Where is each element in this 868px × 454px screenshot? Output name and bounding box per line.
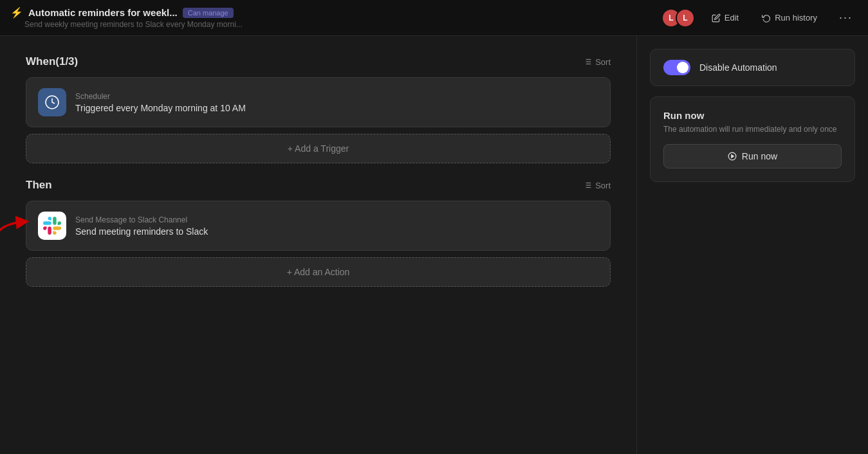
header: ⚡ Automatic reminders for weekl... Can m…	[0, 0, 868, 36]
sort-icon	[583, 57, 592, 66]
sort-icon-2	[583, 181, 592, 190]
slack-action-description: Send meeting reminders to Slack	[75, 226, 208, 237]
avatar-group: L L	[661, 8, 695, 28]
scheduler-icon	[38, 88, 66, 116]
when-sort-button[interactable]: Sort	[583, 57, 611, 67]
disable-toggle[interactable]	[663, 60, 690, 75]
can-manage-badge: Can manage	[183, 8, 234, 18]
clock-icon	[44, 95, 60, 110]
add-trigger-label: + Add a Trigger	[288, 143, 349, 154]
when-title: When(1/3)	[26, 55, 78, 68]
avatar-2: L	[676, 8, 695, 28]
run-now-card: Run now The automation will run immediat…	[650, 96, 855, 182]
more-options-button[interactable]: ···	[834, 8, 858, 27]
run-now-button[interactable]: Run now	[663, 144, 842, 168]
when-section-header: When(1/3) Sort	[26, 55, 611, 68]
then-section-header: Then Sort	[26, 179, 611, 192]
slack-action-card[interactable]: Send Message to Slack Channel Send meeti…	[26, 201, 611, 251]
edit-icon	[712, 14, 721, 23]
then-sort-label: Sort	[595, 181, 611, 190]
slack-icon	[38, 212, 66, 240]
then-title: Then	[26, 179, 52, 192]
header-title-row: ⚡ Automatic reminders for weekl... Can m…	[10, 6, 243, 19]
run-now-description: The automation will run immediately and …	[663, 125, 842, 134]
run-now-title: Run now	[663, 110, 842, 121]
run-history-button[interactable]: Run history	[755, 9, 824, 26]
add-trigger-button[interactable]: + Add a Trigger	[26, 134, 611, 163]
edit-button[interactable]: Edit	[705, 9, 745, 26]
then-sort-button[interactable]: Sort	[583, 181, 611, 190]
slack-action-label: Send Message to Slack Channel	[75, 215, 208, 224]
run-now-btn-label: Run now	[742, 151, 777, 161]
toggle-thumb	[677, 62, 688, 73]
arrow-container: Send Message to Slack Channel Send meeti…	[26, 201, 611, 251]
header-title-group: ⚡ Automatic reminders for weekl... Can m…	[10, 6, 243, 29]
run-now-icon	[728, 152, 737, 161]
subtitle: Send weekly meeting reminders to Slack e…	[10, 20, 243, 29]
when-sort-label: Sort	[595, 57, 611, 67]
disable-label: Disable Automation	[699, 62, 777, 73]
slack-action-info: Send Message to Slack Channel Send meeti…	[75, 215, 208, 237]
disable-automation-card: Disable Automation	[650, 49, 855, 86]
left-panel: When(1/3) Sort Scheduler Triggered every…	[0, 36, 636, 454]
trigger-label: Scheduler	[75, 92, 246, 101]
add-action-button[interactable]: + Add an Action	[26, 257, 611, 287]
trigger-info: Scheduler Triggered every Monday morning…	[75, 92, 246, 113]
history-icon	[762, 14, 771, 23]
add-action-label: + Add an Action	[287, 267, 350, 277]
header-left: ⚡ Automatic reminders for weekl... Can m…	[10, 6, 243, 29]
trigger-description: Triggered every Monday morning at 10 AM	[75, 103, 246, 113]
run-history-label: Run history	[775, 13, 817, 23]
main-content: When(1/3) Sort Scheduler Triggered every…	[0, 36, 868, 454]
header-right: L L Edit Run history ···	[661, 8, 858, 28]
bolt-icon: ⚡	[10, 6, 23, 19]
edit-label: Edit	[725, 13, 739, 23]
right-panel: Disable Automation Run now The automatio…	[636, 36, 868, 454]
scheduler-trigger-card[interactable]: Scheduler Triggered every Monday morning…	[26, 77, 611, 127]
then-section: Then Sort	[26, 179, 611, 287]
slack-logo	[43, 217, 61, 235]
page-title: Automatic reminders for weekl...	[28, 7, 178, 18]
svg-marker-15	[732, 155, 734, 158]
